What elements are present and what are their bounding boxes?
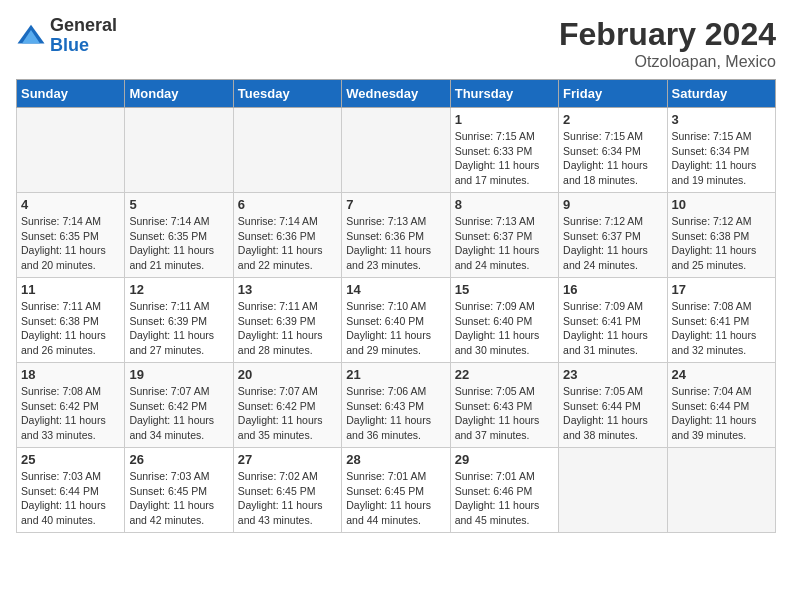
day-info: Sunrise: 7:13 AM Sunset: 6:36 PM Dayligh…: [346, 214, 445, 273]
day-number: 3: [672, 112, 771, 127]
day-number: 10: [672, 197, 771, 212]
day-cell: 8Sunrise: 7:13 AM Sunset: 6:37 PM Daylig…: [450, 193, 558, 278]
day-cell: 28Sunrise: 7:01 AM Sunset: 6:45 PM Dayli…: [342, 448, 450, 533]
day-info: Sunrise: 7:03 AM Sunset: 6:45 PM Dayligh…: [129, 469, 228, 528]
day-number: 5: [129, 197, 228, 212]
col-header-saturday: Saturday: [667, 80, 775, 108]
day-info: Sunrise: 7:12 AM Sunset: 6:38 PM Dayligh…: [672, 214, 771, 273]
day-number: 23: [563, 367, 662, 382]
col-header-tuesday: Tuesday: [233, 80, 341, 108]
day-info: Sunrise: 7:12 AM Sunset: 6:37 PM Dayligh…: [563, 214, 662, 273]
col-header-friday: Friday: [559, 80, 667, 108]
day-info: Sunrise: 7:14 AM Sunset: 6:35 PM Dayligh…: [129, 214, 228, 273]
day-cell: 18Sunrise: 7:08 AM Sunset: 6:42 PM Dayli…: [17, 363, 125, 448]
day-cell: 27Sunrise: 7:02 AM Sunset: 6:45 PM Dayli…: [233, 448, 341, 533]
day-number: 19: [129, 367, 228, 382]
logo-general-text: General: [50, 16, 117, 36]
col-header-sunday: Sunday: [17, 80, 125, 108]
day-info: Sunrise: 7:08 AM Sunset: 6:41 PM Dayligh…: [672, 299, 771, 358]
day-number: 21: [346, 367, 445, 382]
day-info: Sunrise: 7:01 AM Sunset: 6:45 PM Dayligh…: [346, 469, 445, 528]
day-number: 15: [455, 282, 554, 297]
main-title: February 2024: [559, 16, 776, 53]
day-cell: 7Sunrise: 7:13 AM Sunset: 6:36 PM Daylig…: [342, 193, 450, 278]
day-cell: 10Sunrise: 7:12 AM Sunset: 6:38 PM Dayli…: [667, 193, 775, 278]
day-cell: 29Sunrise: 7:01 AM Sunset: 6:46 PM Dayli…: [450, 448, 558, 533]
page-header: General Blue February 2024 Otzoloapan, M…: [16, 16, 776, 71]
week-row: 1Sunrise: 7:15 AM Sunset: 6:33 PM Daylig…: [17, 108, 776, 193]
day-number: 1: [455, 112, 554, 127]
day-cell: 16Sunrise: 7:09 AM Sunset: 6:41 PM Dayli…: [559, 278, 667, 363]
week-row: 4Sunrise: 7:14 AM Sunset: 6:35 PM Daylig…: [17, 193, 776, 278]
day-cell: 23Sunrise: 7:05 AM Sunset: 6:44 PM Dayli…: [559, 363, 667, 448]
day-info: Sunrise: 7:07 AM Sunset: 6:42 PM Dayligh…: [238, 384, 337, 443]
day-number: 20: [238, 367, 337, 382]
day-info: Sunrise: 7:11 AM Sunset: 6:38 PM Dayligh…: [21, 299, 120, 358]
day-cell: 26Sunrise: 7:03 AM Sunset: 6:45 PM Dayli…: [125, 448, 233, 533]
day-number: 26: [129, 452, 228, 467]
day-info: Sunrise: 7:10 AM Sunset: 6:40 PM Dayligh…: [346, 299, 445, 358]
header-row: SundayMondayTuesdayWednesdayThursdayFrid…: [17, 80, 776, 108]
day-info: Sunrise: 7:09 AM Sunset: 6:41 PM Dayligh…: [563, 299, 662, 358]
day-cell: [125, 108, 233, 193]
day-cell: 21Sunrise: 7:06 AM Sunset: 6:43 PM Dayli…: [342, 363, 450, 448]
day-info: Sunrise: 7:05 AM Sunset: 6:44 PM Dayligh…: [563, 384, 662, 443]
day-info: Sunrise: 7:08 AM Sunset: 6:42 PM Dayligh…: [21, 384, 120, 443]
day-number: 12: [129, 282, 228, 297]
day-cell: 24Sunrise: 7:04 AM Sunset: 6:44 PM Dayli…: [667, 363, 775, 448]
day-cell: [667, 448, 775, 533]
day-number: 24: [672, 367, 771, 382]
day-info: Sunrise: 7:11 AM Sunset: 6:39 PM Dayligh…: [129, 299, 228, 358]
day-info: Sunrise: 7:05 AM Sunset: 6:43 PM Dayligh…: [455, 384, 554, 443]
day-number: 2: [563, 112, 662, 127]
day-info: Sunrise: 7:15 AM Sunset: 6:33 PM Dayligh…: [455, 129, 554, 188]
day-number: 29: [455, 452, 554, 467]
logo-icon: [16, 21, 46, 51]
col-header-thursday: Thursday: [450, 80, 558, 108]
subtitle: Otzoloapan, Mexico: [559, 53, 776, 71]
day-number: 13: [238, 282, 337, 297]
day-cell: 2Sunrise: 7:15 AM Sunset: 6:34 PM Daylig…: [559, 108, 667, 193]
day-cell: 4Sunrise: 7:14 AM Sunset: 6:35 PM Daylig…: [17, 193, 125, 278]
logo-blue-text: Blue: [50, 36, 117, 56]
day-cell: 14Sunrise: 7:10 AM Sunset: 6:40 PM Dayli…: [342, 278, 450, 363]
day-number: 25: [21, 452, 120, 467]
day-cell: 19Sunrise: 7:07 AM Sunset: 6:42 PM Dayli…: [125, 363, 233, 448]
day-cell: 9Sunrise: 7:12 AM Sunset: 6:37 PM Daylig…: [559, 193, 667, 278]
day-cell: 25Sunrise: 7:03 AM Sunset: 6:44 PM Dayli…: [17, 448, 125, 533]
day-cell: 20Sunrise: 7:07 AM Sunset: 6:42 PM Dayli…: [233, 363, 341, 448]
day-number: 14: [346, 282, 445, 297]
day-cell: [559, 448, 667, 533]
day-info: Sunrise: 7:13 AM Sunset: 6:37 PM Dayligh…: [455, 214, 554, 273]
title-block: February 2024 Otzoloapan, Mexico: [559, 16, 776, 71]
day-number: 28: [346, 452, 445, 467]
logo: General Blue: [16, 16, 117, 56]
day-info: Sunrise: 7:06 AM Sunset: 6:43 PM Dayligh…: [346, 384, 445, 443]
day-cell: 13Sunrise: 7:11 AM Sunset: 6:39 PM Dayli…: [233, 278, 341, 363]
day-cell: 22Sunrise: 7:05 AM Sunset: 6:43 PM Dayli…: [450, 363, 558, 448]
week-row: 25Sunrise: 7:03 AM Sunset: 6:44 PM Dayli…: [17, 448, 776, 533]
day-cell: 3Sunrise: 7:15 AM Sunset: 6:34 PM Daylig…: [667, 108, 775, 193]
day-cell: [233, 108, 341, 193]
day-number: 11: [21, 282, 120, 297]
day-info: Sunrise: 7:14 AM Sunset: 6:35 PM Dayligh…: [21, 214, 120, 273]
week-row: 18Sunrise: 7:08 AM Sunset: 6:42 PM Dayli…: [17, 363, 776, 448]
day-number: 9: [563, 197, 662, 212]
day-info: Sunrise: 7:15 AM Sunset: 6:34 PM Dayligh…: [563, 129, 662, 188]
day-info: Sunrise: 7:09 AM Sunset: 6:40 PM Dayligh…: [455, 299, 554, 358]
day-cell: 17Sunrise: 7:08 AM Sunset: 6:41 PM Dayli…: [667, 278, 775, 363]
day-cell: 11Sunrise: 7:11 AM Sunset: 6:38 PM Dayli…: [17, 278, 125, 363]
day-number: 8: [455, 197, 554, 212]
day-number: 18: [21, 367, 120, 382]
day-cell: 5Sunrise: 7:14 AM Sunset: 6:35 PM Daylig…: [125, 193, 233, 278]
day-cell: 12Sunrise: 7:11 AM Sunset: 6:39 PM Dayli…: [125, 278, 233, 363]
day-info: Sunrise: 7:07 AM Sunset: 6:42 PM Dayligh…: [129, 384, 228, 443]
day-number: 6: [238, 197, 337, 212]
col-header-monday: Monday: [125, 80, 233, 108]
col-header-wednesday: Wednesday: [342, 80, 450, 108]
day-info: Sunrise: 7:02 AM Sunset: 6:45 PM Dayligh…: [238, 469, 337, 528]
week-row: 11Sunrise: 7:11 AM Sunset: 6:38 PM Dayli…: [17, 278, 776, 363]
day-cell: [342, 108, 450, 193]
day-number: 4: [21, 197, 120, 212]
day-info: Sunrise: 7:04 AM Sunset: 6:44 PM Dayligh…: [672, 384, 771, 443]
